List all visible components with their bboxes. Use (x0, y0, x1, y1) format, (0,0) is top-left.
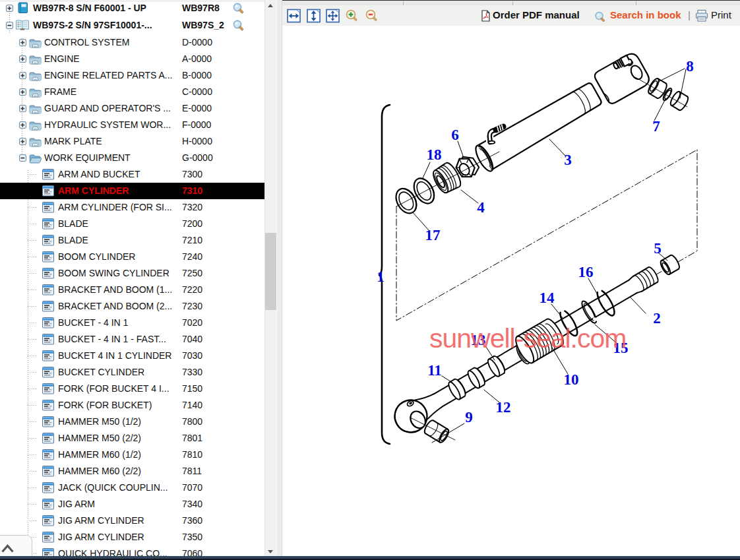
svg-text:6: 6 (451, 127, 459, 143)
svg-text:4: 4 (477, 199, 485, 216)
svg-text:9: 9 (465, 409, 473, 425)
svg-text:sunwell-seal.com: sunwell-seal.com (429, 323, 626, 354)
svg-text:5: 5 (654, 240, 662, 257)
svg-text:3: 3 (564, 152, 572, 168)
svg-text:2: 2 (653, 310, 661, 327)
svg-text:16: 16 (578, 264, 594, 280)
svg-text:18: 18 (427, 146, 442, 163)
svg-text:14: 14 (540, 290, 555, 306)
svg-text:17: 17 (425, 227, 441, 243)
svg-text:7: 7 (652, 118, 660, 135)
svg-text:11: 11 (427, 362, 442, 379)
svg-text:12: 12 (496, 399, 511, 416)
svg-text:8: 8 (686, 58, 694, 75)
svg-text:1: 1 (377, 268, 385, 285)
svg-text:10: 10 (564, 371, 579, 388)
